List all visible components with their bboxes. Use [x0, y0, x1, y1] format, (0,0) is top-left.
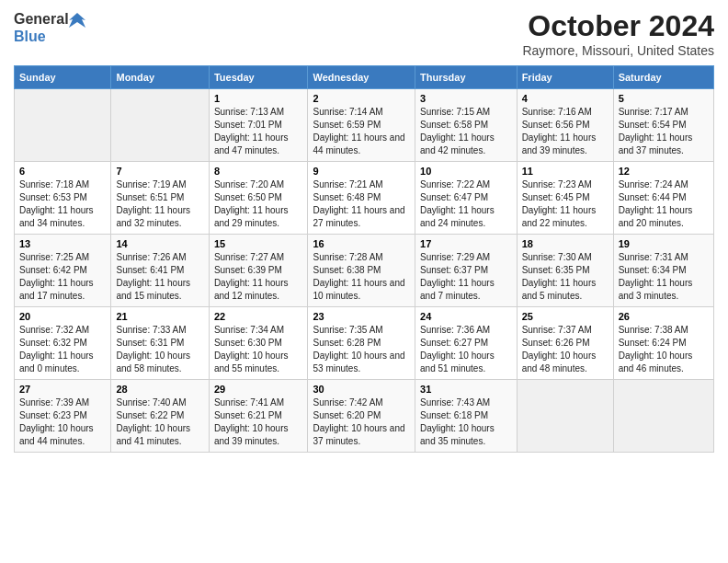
day-info: Sunrise: 7:33 AMSunset: 6:31 PMDaylight:… — [116, 324, 203, 375]
calendar-cell: 1Sunrise: 7:13 AMSunset: 7:01 PMDaylight… — [209, 89, 308, 162]
day-info: Sunrise: 7:18 AMSunset: 6:53 PMDaylight:… — [19, 178, 106, 230]
day-number: 6 — [19, 166, 106, 177]
day-number: 16 — [313, 238, 410, 249]
day-info: Sunrise: 7:41 AMSunset: 6:21 PMDaylight:… — [214, 396, 303, 448]
calendar-cell: 14Sunrise: 7:26 AMSunset: 6:41 PMDayligh… — [111, 235, 209, 307]
header-monday: Monday — [111, 66, 209, 89]
day-number: 11 — [522, 166, 609, 177]
day-number: 21 — [116, 311, 203, 322]
header-thursday: Thursday — [415, 66, 518, 89]
calendar-cell: 10Sunrise: 7:22 AMSunset: 6:47 PMDayligh… — [415, 162, 518, 235]
calendar-cell: 24Sunrise: 7:36 AMSunset: 6:27 PMDayligh… — [415, 307, 518, 380]
page-subtitle: Raymore, Missouri, United States — [522, 43, 714, 58]
day-number: 7 — [116, 166, 203, 177]
day-info: Sunrise: 7:43 AMSunset: 6:18 PMDaylight:… — [420, 396, 512, 448]
day-info: Sunrise: 7:16 AMSunset: 6:56 PMDaylight:… — [522, 106, 609, 157]
header-wednesday: Wednesday — [308, 66, 415, 89]
day-number: 26 — [619, 311, 709, 322]
calendar-week-row: 6Sunrise: 7:18 AMSunset: 6:53 PMDaylight… — [15, 162, 714, 235]
calendar-cell: 26Sunrise: 7:38 AMSunset: 6:24 PMDayligh… — [613, 307, 713, 380]
day-number: 18 — [522, 238, 609, 249]
day-info: Sunrise: 7:19 AMSunset: 6:51 PMDaylight:… — [116, 178, 203, 230]
day-info: Sunrise: 7:17 AMSunset: 6:54 PMDaylight:… — [619, 106, 709, 157]
day-info: Sunrise: 7:21 AMSunset: 6:48 PMDaylight:… — [313, 178, 410, 230]
calendar-week-row: 27Sunrise: 7:39 AMSunset: 6:23 PMDayligh… — [15, 380, 714, 453]
calendar-cell: 21Sunrise: 7:33 AMSunset: 6:31 PMDayligh… — [111, 307, 209, 380]
day-number: 31 — [420, 384, 512, 395]
day-number: 22 — [214, 311, 303, 322]
calendar-week-row: 13Sunrise: 7:25 AMSunset: 6:42 PMDayligh… — [15, 235, 714, 307]
day-number: 2 — [313, 93, 410, 104]
day-info: Sunrise: 7:25 AMSunset: 6:42 PMDaylight:… — [19, 251, 106, 303]
day-number: 25 — [522, 311, 609, 322]
day-number: 3 — [420, 93, 512, 104]
day-info: Sunrise: 7:20 AMSunset: 6:50 PMDaylight:… — [214, 178, 303, 230]
logo-general: General — [14, 9, 85, 29]
day-info: Sunrise: 7:32 AMSunset: 6:32 PMDaylight:… — [19, 324, 106, 375]
calendar-cell: 31Sunrise: 7:43 AMSunset: 6:18 PMDayligh… — [415, 380, 518, 453]
calendar-cell: 16Sunrise: 7:28 AMSunset: 6:38 PMDayligh… — [308, 235, 415, 307]
day-number: 13 — [19, 238, 106, 249]
day-info: Sunrise: 7:29 AMSunset: 6:37 PMDaylight:… — [420, 251, 512, 303]
day-info: Sunrise: 7:42 AMSunset: 6:20 PMDaylight:… — [313, 396, 410, 448]
day-info: Sunrise: 7:34 AMSunset: 6:30 PMDaylight:… — [214, 324, 303, 375]
calendar-cell: 28Sunrise: 7:40 AMSunset: 6:22 PMDayligh… — [111, 380, 209, 453]
day-number: 1 — [214, 93, 303, 104]
day-number: 12 — [619, 166, 709, 177]
day-info: Sunrise: 7:30 AMSunset: 6:35 PMDaylight:… — [522, 251, 609, 303]
calendar-cell: 4Sunrise: 7:16 AMSunset: 6:56 PMDaylight… — [517, 89, 613, 162]
day-number: 20 — [19, 311, 106, 322]
calendar-cell: 17Sunrise: 7:29 AMSunset: 6:37 PMDayligh… — [415, 235, 518, 307]
header-saturday: Saturday — [613, 66, 713, 89]
calendar-cell: 13Sunrise: 7:25 AMSunset: 6:42 PMDayligh… — [15, 235, 111, 307]
logo-blue-text: Blue — [14, 29, 46, 44]
svg-marker-0 — [69, 13, 85, 28]
calendar-header-row: SundayMondayTuesdayWednesdayThursdayFrid… — [15, 66, 714, 89]
day-number: 8 — [214, 166, 303, 177]
day-info: Sunrise: 7:26 AMSunset: 6:41 PMDaylight:… — [116, 251, 203, 303]
day-number: 28 — [116, 384, 203, 395]
calendar-week-row: 20Sunrise: 7:32 AMSunset: 6:32 PMDayligh… — [15, 307, 714, 380]
day-number: 30 — [313, 384, 410, 395]
calendar-table: SundayMondayTuesdayWednesdayThursdayFrid… — [14, 65, 714, 453]
day-info: Sunrise: 7:37 AMSunset: 6:26 PMDaylight:… — [522, 324, 609, 375]
day-number: 15 — [214, 238, 303, 249]
day-info: Sunrise: 7:13 AMSunset: 7:01 PMDaylight:… — [214, 106, 303, 157]
day-info: Sunrise: 7:40 AMSunset: 6:22 PMDaylight:… — [116, 396, 203, 448]
calendar-cell — [613, 380, 713, 453]
day-number: 5 — [619, 93, 709, 104]
calendar-cell: 18Sunrise: 7:30 AMSunset: 6:35 PMDayligh… — [517, 235, 613, 307]
calendar-cell: 11Sunrise: 7:23 AMSunset: 6:45 PMDayligh… — [517, 162, 613, 235]
day-number: 4 — [522, 93, 609, 104]
day-number: 24 — [420, 311, 512, 322]
day-info: Sunrise: 7:15 AMSunset: 6:58 PMDaylight:… — [420, 106, 512, 157]
calendar-cell: 9Sunrise: 7:21 AMSunset: 6:48 PMDaylight… — [308, 162, 415, 235]
day-info: Sunrise: 7:22 AMSunset: 6:47 PMDaylight:… — [420, 178, 512, 230]
day-info: Sunrise: 7:23 AMSunset: 6:45 PMDaylight:… — [522, 178, 609, 230]
calendar-cell: 7Sunrise: 7:19 AMSunset: 6:51 PMDaylight… — [111, 162, 209, 235]
page-title: October 2024 — [522, 9, 714, 43]
calendar-cell: 15Sunrise: 7:27 AMSunset: 6:39 PMDayligh… — [209, 235, 308, 307]
day-info: Sunrise: 7:27 AMSunset: 6:39 PMDaylight:… — [214, 251, 303, 303]
calendar-cell: 30Sunrise: 7:42 AMSunset: 6:20 PMDayligh… — [308, 380, 415, 453]
day-number: 17 — [420, 238, 512, 249]
day-info: Sunrise: 7:38 AMSunset: 6:24 PMDaylight:… — [619, 324, 709, 375]
calendar-cell: 19Sunrise: 7:31 AMSunset: 6:34 PMDayligh… — [613, 235, 713, 307]
day-number: 19 — [619, 238, 709, 249]
calendar-cell: 29Sunrise: 7:41 AMSunset: 6:21 PMDayligh… — [209, 380, 308, 453]
day-info: Sunrise: 7:39 AMSunset: 6:23 PMDaylight:… — [19, 396, 106, 448]
logo-bird-icon — [69, 11, 85, 28]
logo: General Blue — [14, 9, 85, 45]
day-info: Sunrise: 7:24 AMSunset: 6:44 PMDaylight:… — [619, 178, 709, 230]
day-info: Sunrise: 7:36 AMSunset: 6:27 PMDaylight:… — [420, 324, 512, 375]
day-number: 23 — [313, 311, 410, 322]
day-number: 29 — [214, 384, 303, 395]
calendar-cell: 2Sunrise: 7:14 AMSunset: 6:59 PMDaylight… — [308, 89, 415, 162]
calendar-cell: 6Sunrise: 7:18 AMSunset: 6:53 PMDaylight… — [15, 162, 111, 235]
calendar-cell — [111, 89, 209, 162]
calendar-cell: 25Sunrise: 7:37 AMSunset: 6:26 PMDayligh… — [517, 307, 613, 380]
calendar-cell: 5Sunrise: 7:17 AMSunset: 6:54 PMDaylight… — [613, 89, 713, 162]
day-number: 10 — [420, 166, 512, 177]
calendar-cell: 12Sunrise: 7:24 AMSunset: 6:44 PMDayligh… — [613, 162, 713, 235]
title-block: October 2024 Raymore, Missouri, United S… — [522, 9, 714, 58]
